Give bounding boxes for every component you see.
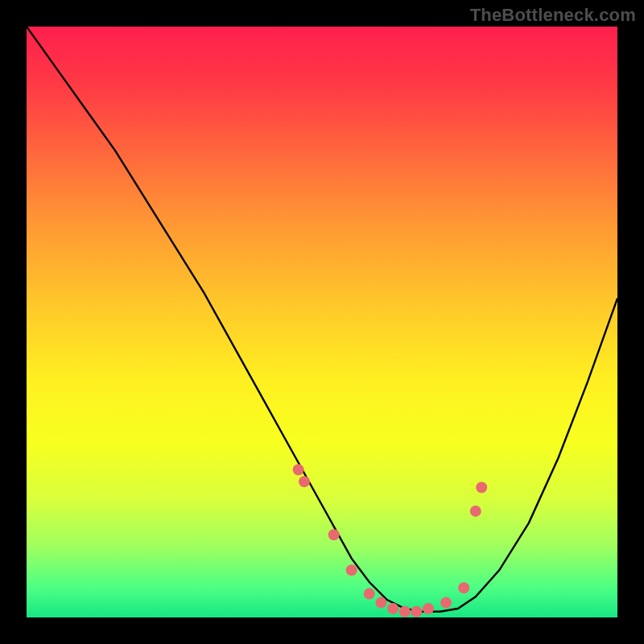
marker-dot bbox=[458, 582, 469, 593]
chart-frame: TheBottleneck.com bbox=[0, 0, 644, 644]
marker-dot bbox=[299, 476, 310, 487]
curve-layer bbox=[27, 27, 617, 617]
marker-dot bbox=[293, 464, 304, 476]
marker-dot bbox=[375, 597, 386, 609]
marker-dot bbox=[411, 606, 422, 617]
bottleneck-curve bbox=[27, 27, 617, 612]
marker-dot bbox=[328, 529, 340, 540]
marker-dot bbox=[440, 597, 452, 609]
curve-markers bbox=[293, 464, 488, 617]
plot-area bbox=[27, 27, 617, 617]
marker-dot bbox=[423, 603, 434, 614]
marker-dot bbox=[387, 603, 398, 614]
marker-dot bbox=[364, 588, 375, 600]
watermark-text: TheBottleneck.com bbox=[470, 5, 636, 26]
marker-dot bbox=[476, 482, 487, 493]
marker-dot bbox=[470, 506, 481, 517]
marker-dot bbox=[346, 564, 357, 576]
marker-dot bbox=[399, 606, 411, 617]
